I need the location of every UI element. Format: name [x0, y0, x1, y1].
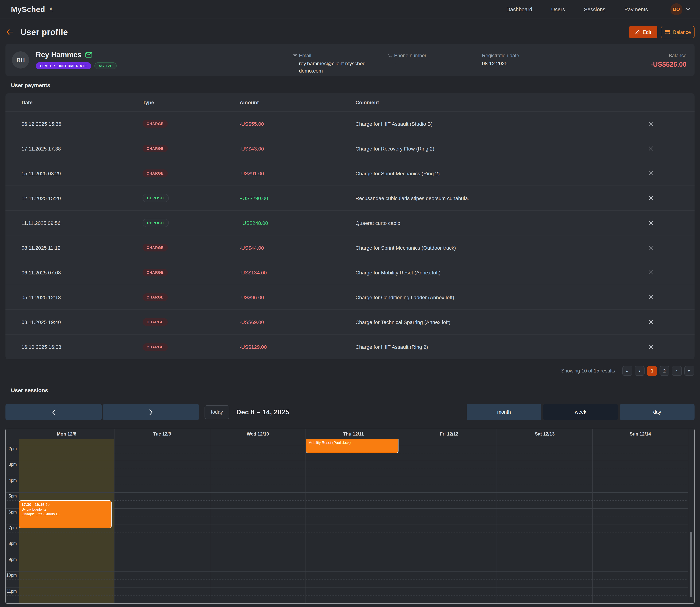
payments-section-title: User payments — [11, 82, 695, 88]
time-label: 10pm — [6, 573, 17, 577]
payment-comment: Charge for Conditioning Ladder (Annex lo… — [355, 294, 607, 300]
half-hour-gridline — [6, 595, 688, 596]
payment-type-badge: CHARGE — [143, 145, 168, 152]
page: User profile Edit Balance RH Rey Hammes … — [0, 26, 700, 604]
table-row: 05.11.2025 12:13CHARGE-US$96.00Charge fo… — [5, 285, 695, 310]
payment-type-badge: CHARGE — [143, 120, 168, 128]
balance-value: -US$525.00 — [573, 61, 686, 68]
payment-amount: -US$43.00 — [240, 146, 355, 151]
time-label: 11pm — [6, 589, 17, 593]
pagination-prev-button[interactable]: ‹ — [635, 366, 644, 376]
time-label: 3pm — [6, 462, 17, 467]
edit-button[interactable]: Edit — [629, 26, 657, 38]
payment-date: 15.11.2025 08:29 — [21, 170, 143, 176]
delete-payment-button[interactable] — [646, 243, 656, 252]
calendar-header-gutter — [6, 429, 19, 439]
payment-type-badge: CHARGE — [143, 244, 168, 251]
delete-payment-button[interactable] — [646, 342, 656, 352]
pagination-last-button[interactable]: » — [684, 366, 694, 376]
back-button[interactable] — [6, 27, 16, 37]
pagination-first-button[interactable]: « — [622, 366, 632, 376]
calendar-prev-button[interactable] — [5, 404, 102, 420]
nav-link-dashboard[interactable]: Dashboard — [507, 6, 532, 12]
session-event[interactable]: Mobility Reset (Pool deck) — [306, 439, 399, 453]
delete-payment-button[interactable] — [646, 169, 656, 178]
payment-type-badge: CHARGE — [143, 269, 168, 276]
user-menu[interactable]: DO — [671, 3, 690, 15]
mail-icon[interactable] — [85, 52, 92, 58]
payment-amount: -US$55.00 — [240, 121, 355, 127]
delete-payment-button[interactable] — [646, 218, 656, 228]
table-row: 08.11.2025 11:12CHARGE-US$44.00Charge fo… — [5, 235, 695, 260]
calendar-scrollbar-thumb[interactable] — [690, 532, 692, 597]
sessions-section-title: User sessions — [11, 387, 695, 393]
chevron-down-icon — [686, 8, 690, 11]
day-column-line — [592, 439, 593, 603]
calendar-header-corner — [688, 429, 694, 439]
payment-actions — [607, 218, 695, 228]
calendar-view-week[interactable]: week — [543, 404, 618, 420]
calendar-today-button[interactable]: today — [205, 405, 229, 419]
page-header: User profile Edit Balance — [5, 26, 695, 38]
theme-toggle-moon-icon[interactable]: ☾ — [50, 6, 56, 13]
day-column-line — [114, 439, 115, 603]
nav-link-payments[interactable]: Payments — [624, 6, 648, 12]
calendar-day-header-5: Sat 12/13 — [497, 429, 593, 439]
calendar-next-button[interactable] — [103, 404, 199, 420]
payment-actions — [607, 144, 695, 153]
pagination-next-button[interactable]: › — [672, 366, 682, 376]
calendar-view-day[interactable]: day — [620, 404, 695, 420]
day-column-line — [306, 439, 306, 603]
delete-payment-button[interactable] — [646, 119, 656, 128]
time-label: 9pm — [6, 557, 17, 562]
user-name: Rey Hammes — [36, 51, 81, 59]
hour-gridline — [6, 493, 688, 493]
day-column-line — [210, 439, 210, 603]
calendar-view-month[interactable]: month — [467, 404, 541, 420]
app: MySched ☾ DashboardUsersSessionsPayments… — [0, 0, 700, 607]
payments-table: Date Type Amount Comment 06.12.2025 15:3… — [5, 93, 695, 359]
phone-value: - — [394, 60, 482, 67]
pagination-page-2[interactable]: 2 — [660, 366, 670, 376]
pagination-page-1[interactable]: 1 — [647, 366, 657, 376]
table-row: 12.11.2025 15:20DEPOSIT+US$290.00Recusan… — [5, 186, 695, 211]
delete-payment-button[interactable] — [646, 292, 656, 302]
delete-payment-button[interactable] — [646, 268, 656, 277]
payment-comment: Charge for Recovery Flow (Ring 2) — [355, 146, 607, 151]
payment-type-cell: CHARGE — [143, 318, 240, 326]
payment-type-cell: DEPOSIT — [143, 219, 240, 227]
payment-amount: -US$44.00 — [240, 245, 355, 251]
balance-label: Balance — [573, 53, 686, 58]
payment-type-cell: CHARGE — [143, 269, 240, 276]
table-row: 16.10.2025 16:03CHARGE-US$129.00Charge f… — [5, 335, 695, 359]
user-menu-avatar[interactable]: DO — [671, 3, 682, 15]
payment-amount: -US$96.00 — [240, 294, 355, 300]
session-event[interactable]: 17:30 - 19:15Sylvia LueilwitzOlympic Lif… — [19, 500, 112, 528]
payment-actions — [607, 342, 695, 352]
phone-info: Phone number - — [388, 53, 482, 67]
payment-actions — [607, 169, 695, 178]
payment-type-cell: CHARGE — [143, 169, 240, 177]
delete-payment-button[interactable] — [646, 144, 656, 153]
payment-date: 16.10.2025 16:03 — [21, 344, 143, 350]
calendar-day-header-0: Mon 12/8 — [19, 429, 114, 439]
payment-comment: Charge for Sprint Mechanics (Ring 2) — [355, 170, 607, 176]
nav-link-sessions[interactable]: Sessions — [584, 6, 605, 12]
payment-amount: -US$91.00 — [240, 170, 355, 176]
pagination-summary: Showing 10 of 15 results — [561, 368, 615, 374]
nav-link-users[interactable]: Users — [551, 6, 565, 12]
balance-button-label: Balance — [673, 29, 691, 35]
payment-date: 06.11.2025 07:08 — [21, 270, 143, 275]
app-logo[interactable]: MySched — [11, 5, 45, 14]
top-nav: MySched ☾ DashboardUsersSessionsPayments… — [0, 0, 700, 19]
payments-table-header: Date Type Amount Comment — [5, 93, 695, 111]
payment-type-badge: CHARGE — [143, 343, 168, 351]
close-icon — [648, 245, 653, 250]
balance-button[interactable]: Balance — [661, 26, 695, 38]
email-value: rey.hammes@client.mysched- demo.com — [299, 60, 388, 74]
nav-links: DashboardUsersSessionsPayments — [507, 6, 648, 12]
time-label: 6pm — [6, 510, 17, 514]
calendar: Mon 12/8Tue 12/9Wed 12/10Thu 12/11Fri 12… — [5, 428, 695, 604]
delete-payment-button[interactable] — [646, 317, 656, 327]
delete-payment-button[interactable] — [646, 193, 656, 203]
